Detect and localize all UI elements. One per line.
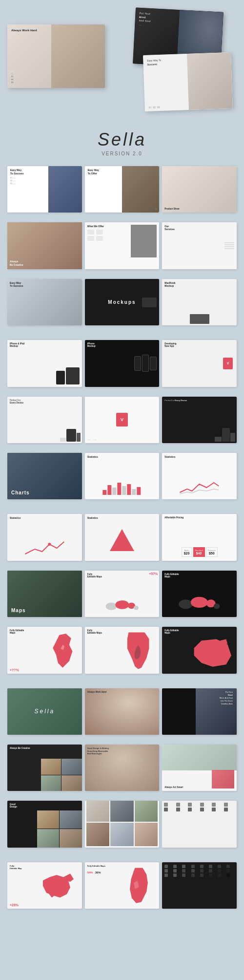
slide-thumb-europe-map: FullyEditable Map +28% — [7, 862, 82, 909]
svg-rect-3 — [117, 483, 121, 495]
svg-rect-6 — [132, 489, 136, 495]
slide-thumb-africa-map: FullyEditable Maps — [85, 627, 160, 673]
bottom-spacer — [7, 918, 237, 928]
slide-thumb-heart: Put YourHeartMind, And SoulInto The Even… — [162, 688, 237, 735]
slides-grid-7: Statistics Statistics Affordable Pricing… — [7, 514, 237, 560]
svg-rect-4 — [122, 486, 126, 495]
svg-point-13 — [179, 599, 193, 609]
slide-thumb-good-design: GoodDesign — [7, 801, 82, 847]
separator-3 — [7, 683, 237, 688]
slide-thumb-device1: Perfect ForEvery Device — [7, 397, 82, 443]
separator-4 — [7, 857, 237, 862]
slide-thumb-creative2: Always Be Creative — [7, 745, 82, 791]
slide-thumb-great-design: Great Design Is MakingSomething Memorabl… — [85, 745, 160, 791]
slides-grid-6: Charts Statistics Statistics — [7, 453, 237, 499]
slide-thumb-pricing: Affordable Pricing Basic $20 Standard $4… — [162, 514, 237, 560]
slide-thumb-app: DevelopingNew App V — [162, 340, 237, 386]
slide-thumb-device3: Perfect For Every Device — [162, 397, 237, 443]
slide-thumb-australia-map: Fully EditableMaps — [162, 627, 237, 673]
slide-thumb-icon-set — [162, 862, 237, 909]
hero-section: Always Work Hard —010203 Put YourMindAnd… — [7, 10, 237, 117]
slides-grid-13: FullyEditable Map +28% Fully Editable Ma… — [7, 862, 237, 909]
brand-section: Sella VERSION 2.0 — [7, 129, 237, 156]
slide-thumb-offer: What We Offer — [85, 222, 160, 269]
brand-version: VERSION 2.0 — [7, 151, 237, 156]
charts-label: Charts — [11, 490, 30, 495]
slide-thumb-services: OurServices — [162, 222, 237, 269]
hero-slides-container: Always Work Hard —010203 Put YourMindAnd… — [7, 10, 237, 117]
slides-grid-2: AlwaysBe Creative What We Offer OurServi… — [7, 222, 237, 269]
svg-point-12 — [134, 606, 139, 610]
slides-grid-3: Easy WayTo Success Mockups MacBookMockup — [7, 279, 237, 325]
slide-thumb-macbook: MacBookMockup — [162, 279, 237, 325]
slide-thumb-portfolio: Unique Portfolio — [85, 801, 160, 847]
svg-point-16 — [214, 603, 220, 609]
svg-rect-1 — [107, 485, 111, 495]
slides-grid-9: Fully EditableMaps +??% FullyEditable Ma… — [7, 627, 237, 673]
main-container: Always Work Hard —010203 Put YourMindAnd… — [0, 0, 244, 938]
slide-thumb-sa-map: Fully Editable Maps 54% 36% — [85, 862, 160, 909]
slides-grid-11: Always Be Creative Great Design Is Makin… — [7, 745, 237, 791]
hero-slide-right2: Easy Way ToSuccess 01 02 03 — [143, 52, 233, 111]
slide-thumb-city: Easy WayTo Success — [7, 279, 82, 325]
svg-rect-0 — [102, 490, 106, 495]
slide-thumb-stats1: Statistics — [85, 453, 160, 499]
slide-thumb-iphone: iPhoneMockup — [85, 340, 160, 386]
slide-thumb-creative: AlwaysBe Creative — [7, 222, 82, 269]
slide-thumb-stats2: Statistics — [162, 453, 237, 499]
slide-thumb-maps-dark: Maps — [7, 571, 82, 617]
slide-thumb-mockups: Mockups — [85, 279, 160, 325]
slides-grid-8: Maps FullyEditable Maps +57% Fully Edita… — [7, 571, 237, 617]
maps-label: Maps — [11, 608, 26, 613]
slide-thumb-2: Easy WayTo Offer 04 — [85, 166, 160, 213]
slide-thumb-worldmap1: FullyEditable Maps +57% — [85, 571, 160, 617]
slide-thumb-3: Product Show — [162, 166, 237, 213]
separator-1 — [7, 335, 237, 340]
slide-thumb-stats3: Statistics — [7, 514, 82, 560]
svg-point-10 — [115, 600, 129, 609]
svg-point-9 — [105, 603, 117, 610]
svg-rect-5 — [127, 484, 131, 495]
svg-rect-7 — [137, 487, 141, 495]
hero-slide-main: Always Work Hard —010203 — [7, 24, 105, 88]
slides-grid-4: iPhone & iPadMockup iPhoneMockup Develop… — [7, 340, 237, 386]
slide-thumb-uk-map: Fully EditableMaps +??% — [7, 627, 82, 673]
brand-title: Sella — [7, 129, 237, 150]
slides-grid-10: Sella Always Work Hard Put YourHeartMind… — [7, 688, 237, 735]
svg-point-14 — [191, 597, 208, 607]
slide-thumb-charts-dark: Charts — [7, 453, 82, 499]
slide-thumb-worldmap2: Fully EditableMaps — [162, 571, 237, 617]
slides-grid-1: Easy WayTo Success 01 —— 02 —— 03 —— Eas… — [7, 166, 237, 213]
slide-thumb-device2: V ———— — [85, 397, 160, 443]
slides-grid-12: GoodDesign Unique Portfolio — [7, 801, 237, 847]
slide-thumb-icons — [162, 801, 237, 847]
slide-thumb-act-smart: Always Act Smart — [162, 745, 237, 791]
slides-grid-5: Perfect ForEvery Device V ———— Perfect F… — [7, 397, 237, 443]
slide-thumb-ipad: iPhone & iPadMockup — [7, 340, 82, 386]
svg-rect-2 — [112, 488, 116, 495]
slide-thumb-work-hard: Always Work Hard — [85, 688, 160, 735]
svg-point-8 — [48, 543, 51, 546]
slide-thumb-sella: Sella — [7, 688, 82, 735]
separator-2 — [7, 509, 237, 514]
slide-thumb-1: Easy WayTo Success 01 —— 02 —— 03 —— — [7, 166, 82, 213]
slide-thumb-stats4: Statistics — [85, 514, 160, 560]
